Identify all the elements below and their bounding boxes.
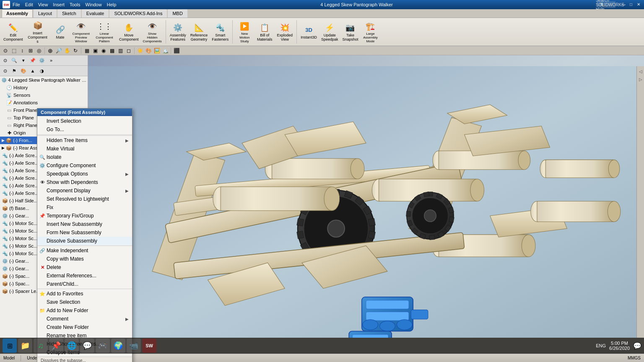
vp-display5-icon[interactable]: ▥	[117, 47, 124, 54]
insert-components-button[interactable]: 📦 InsertComponents	[26, 19, 50, 45]
instant3d-button[interactable]: 3D Instant3D	[299, 23, 319, 41]
ctx-set-resolved[interactable]: Set Resolved to Lightweight	[37, 195, 132, 203]
ctx-component-display[interactable]: Component Display ▶	[37, 186, 132, 195]
vp-scene-icon[interactable]: 🏔️	[161, 47, 169, 54]
tree-tb2-1[interactable]: ⊙	[1, 67, 9, 75]
ctx-configure[interactable]: ⚙️ Configure Component	[37, 161, 132, 170]
bill-materials-button[interactable]: 📋 Bill ofMaterials	[255, 21, 274, 43]
tree-tb-collapse[interactable]: ▾	[19, 56, 28, 65]
move-component-button[interactable]: ✋ MoveComponent	[117, 21, 140, 43]
vp-rotate-icon[interactable]: ↻	[72, 47, 79, 54]
take-snapshot-button[interactable]: 📷 TakeSnapshot	[340, 21, 360, 43]
taskbar-explorer[interactable]: 📁	[18, 339, 32, 353]
vp-display1-icon[interactable]: ▦	[83, 47, 91, 54]
stb-icon-2[interactable]: ⬚	[10, 47, 18, 54]
ctx-copy-mates[interactable]: Copy with Mates	[37, 255, 132, 263]
taskbar-solidworks[interactable]: SW	[142, 339, 156, 353]
viewport[interactable]: ◁ ▷	[88, 55, 644, 338]
menu-edit[interactable]: Edit	[25, 2, 33, 7]
tab-layout[interactable]: Layout	[34, 9, 57, 18]
taskbar-start[interactable]: ⊞	[3, 339, 17, 353]
rtb-collapse[interactable]: ◁	[637, 68, 644, 75]
ctx-insert-subassembly[interactable]: Insert New Subassembly	[37, 220, 132, 228]
linear-pattern-button[interactable]: ⋮⋮ Linear ComponentPattern	[92, 20, 117, 44]
tree-tb2-3[interactable]: 🎨	[19, 67, 28, 75]
tree-item-annotations[interactable]: 📝 Annotations	[0, 99, 88, 106]
tree-item-sensors[interactable]: 📡 Sensors	[0, 91, 88, 99]
vp-display6-icon[interactable]: ◻	[125, 47, 132, 54]
mate-button[interactable]: 🔗 Mate	[51, 23, 70, 41]
vp-display2-icon[interactable]: ▣	[91, 47, 99, 54]
ctx-speedpak[interactable]: Speedpak Options ▶	[37, 170, 132, 178]
taskbar-chrome[interactable]: 🌐	[65, 339, 79, 353]
tab-mbd[interactable]: MBD	[168, 9, 187, 18]
assembly-features-button[interactable]: ⚙️ AssemblyFeatures	[168, 21, 188, 43]
menu-file[interactable]: File	[13, 2, 20, 7]
ctx-goto[interactable]: Go To...	[37, 125, 132, 134]
tree-tb-pin[interactable]: 📌	[29, 56, 37, 65]
maximize-button[interactable]: □	[628, 1, 634, 7]
menu-view[interactable]: View	[38, 2, 48, 7]
ctx-save-selection[interactable]: Save Selection	[37, 298, 132, 306]
tree-item-history[interactable]: 🕐 History	[0, 84, 88, 91]
ctx-external-refs[interactable]: External References...	[37, 272, 132, 280]
ctx-comment[interactable]: Comment ▶	[37, 315, 132, 323]
tree-tb2-2[interactable]: ⚑	[10, 67, 18, 75]
taskbar-notification[interactable]: 💬	[633, 342, 641, 350]
ctx-isolate[interactable]: 🔍 Isolate	[37, 153, 132, 161]
ctx-show-dependents[interactable]: 👁 Show with Dependents	[37, 178, 132, 186]
edit-component-button[interactable]: ✏️ EditComponent	[2, 21, 25, 43]
vp-display4-icon[interactable]: ▩	[108, 47, 116, 54]
menu-tools[interactable]: Tools	[70, 2, 80, 7]
stb-icon-1[interactable]: ⊙	[2, 47, 9, 54]
ctx-hidden-tree-items[interactable]: Hidden Tree Items ▶	[37, 136, 132, 145]
stb-icon-5[interactable]: ◎	[35, 47, 43, 54]
taskbar-browser2[interactable]: 🌍	[111, 339, 125, 353]
menu-insert[interactable]: Insert	[53, 2, 65, 7]
close-button[interactable]: ✕	[636, 1, 641, 7]
stb-icon-4[interactable]: ⊞	[27, 47, 34, 54]
exploded-view-button[interactable]: 💥 ExplodedView	[275, 21, 294, 43]
ctx-create-folder[interactable]: Create New Folder	[37, 323, 132, 331]
stb-icon-3[interactable]: ↕	[18, 47, 26, 54]
ctx-dissolve-subassembly[interactable]: Dissolve Subassembly	[37, 237, 132, 245]
vp-orient-icon[interactable]: ⊕	[47, 47, 54, 54]
tab-assembly[interactable]: Assembly	[2, 9, 33, 18]
vp-pan-icon[interactable]: ✋	[63, 47, 71, 54]
update-speedpak-button[interactable]: ⚡ UpdateSpeedpak	[319, 21, 340, 43]
tab-addins[interactable]: SOLIDWORKS Add-Ins	[109, 9, 167, 18]
vp-bg-icon[interactable]: 🖼️	[153, 47, 161, 54]
taskbar-discord[interactable]: 🎮	[96, 339, 110, 353]
tab-sketch[interactable]: Sketch	[57, 9, 81, 18]
tree-tb2-4[interactable]: ▲	[29, 67, 37, 75]
ctx-parent-child[interactable]: Parent/Child...	[37, 280, 132, 288]
taskbar-sticky[interactable]: 📌	[49, 339, 63, 353]
show-hidden-button[interactable]: 👁️ ShowHiddenComponents	[141, 20, 163, 44]
menu-window[interactable]: Window	[86, 2, 102, 7]
ctx-fix[interactable]: Fix	[37, 203, 132, 212]
ctx-delete[interactable]: ✕ Delete	[37, 263, 132, 272]
vp-display3-icon[interactable]: ◉	[100, 47, 107, 54]
ctx-form-subassembly[interactable]: Form New Subassembly	[37, 228, 132, 237]
tree-tb2-5[interactable]: ◑	[38, 67, 46, 75]
large-assembly-button[interactable]: 🏗️ LargeAssemblyMode	[361, 20, 380, 44]
vp-section-icon[interactable]: ⬛	[173, 47, 180, 54]
reference-geometry-button[interactable]: 📐 ReferenceGeometry	[189, 21, 210, 43]
rtb-expand[interactable]: ▷	[637, 76, 644, 83]
taskbar-line[interactable]: 💬	[80, 339, 94, 353]
tree-tb-more[interactable]: »	[47, 56, 55, 65]
ctx-make-virtual[interactable]: Make Virtual	[37, 145, 132, 153]
taskbar-spotify[interactable]: ♫	[34, 339, 48, 353]
component-preview-button[interactable]: 👁️ ComponentPreviewWindow	[71, 20, 91, 44]
ctx-add-favorites[interactable]: ⭐ Add to Favorites	[37, 290, 132, 298]
menu-help[interactable]: Help	[107, 2, 117, 7]
vp-mat-icon[interactable]: 🎨	[145, 47, 152, 54]
minimize-button[interactable]: —	[621, 1, 626, 7]
tree-tb-filter[interactable]: ⊙	[1, 56, 9, 65]
vp-zoom-icon[interactable]: 🔎	[55, 47, 62, 54]
taskbar-zoom[interactable]: 📹	[127, 339, 141, 353]
new-motion-button[interactable]: ▶️ NewMotionStudy	[235, 20, 254, 44]
ctx-make-independent[interactable]: 🔗 Make Independent	[37, 246, 132, 255]
tree-tb-search[interactable]: 🔍	[10, 56, 18, 65]
smart-fasteners-button[interactable]: 🔩 SmartFasteners	[210, 21, 230, 43]
